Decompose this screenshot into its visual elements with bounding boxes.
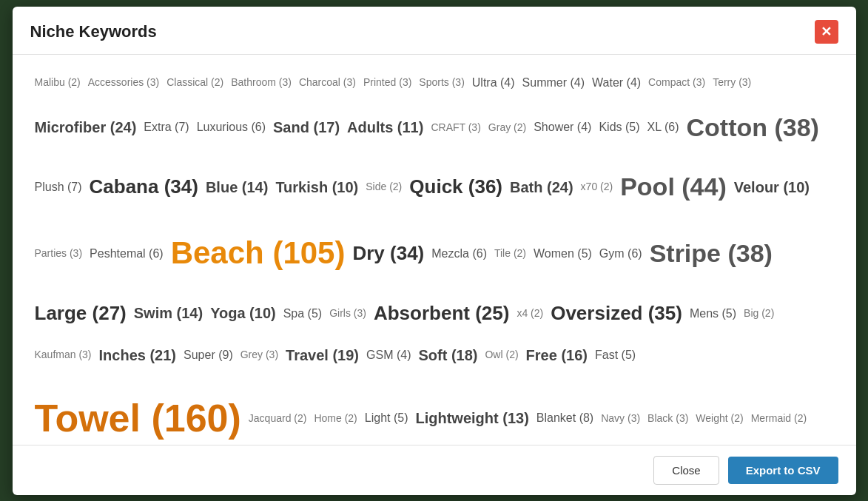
tag-item: Blanket (8) [536, 405, 593, 431]
tag-item: Kaufman (3) [35, 343, 92, 366]
tag-item: Malibu (2) [35, 71, 81, 94]
tag-item: Cabana (34) [90, 166, 198, 208]
tag-item: Compact (3) [648, 71, 705, 94]
tag-item: Plush (7) [35, 174, 82, 200]
tag-item: Fast (5) [595, 342, 636, 368]
tag-item: Beach (105) [171, 219, 346, 287]
modal-body: Malibu (2)Accessories (3)Classical (2)Ba… [13, 55, 856, 445]
export-csv-button[interactable]: Export to CSV [728, 457, 838, 484]
tag-item: Jacquard (2) [249, 407, 307, 430]
tag-item: Inches (21) [99, 339, 176, 371]
tag-item: Lightweight (13) [415, 402, 528, 434]
tag-item: Mermaid (2) [751, 407, 807, 430]
tag-item: Light (5) [365, 405, 408, 431]
tag-item: Tile (2) [494, 242, 526, 265]
tag-item: Bathroom (3) [231, 71, 292, 94]
tag-item: Gym (6) [599, 241, 642, 266]
tag-item: Ultra (4) [472, 70, 515, 95]
tag-item: Dry (34) [352, 232, 424, 275]
tag-item: Black (3) [647, 407, 688, 430]
tag-item: Grey (3) [240, 343, 278, 366]
tag-item: Turkish (10) [275, 171, 358, 204]
tag-item: Blue (14) [206, 171, 268, 204]
tag-item: Classical (2) [166, 71, 223, 94]
modal-footer: Close Export to CSV [13, 445, 856, 495]
modal-title: Niche Keywords [30, 22, 157, 41]
tag-item: Sports (3) [419, 71, 464, 94]
modal-overlay: Niche Keywords ✕ Malibu (2)Accessories (… [0, 0, 868, 501]
tag-item: Charcoal (3) [299, 71, 356, 94]
tag-item: Soft (18) [418, 339, 477, 371]
tag-item: Microfiber (24) [35, 111, 137, 144]
tag-item: Bath (24) [510, 171, 573, 204]
tag-item: Weight (2) [696, 407, 743, 430]
modal-close-button[interactable]: ✕ [815, 20, 838, 44]
tag-item: Owl (2) [485, 343, 518, 366]
footer-close-button[interactable]: Close [653, 456, 719, 485]
tag-item: Water (4) [592, 70, 641, 95]
niche-keywords-modal: Niche Keywords ✕ Malibu (2)Accessories (… [13, 7, 856, 495]
tag-item: Quick (36) [409, 166, 502, 208]
tag-item: Cotton (38) [687, 100, 819, 155]
tag-item: Summer (4) [522, 70, 585, 95]
tag-item: Extra (7) [144, 114, 189, 140]
tag-item: Accessories (3) [88, 71, 159, 94]
modal-header: Niche Keywords ✕ [13, 7, 856, 55]
tag-cloud: Malibu (2)Accessories (3)Classical (2)Ba… [35, 70, 834, 445]
tag-item: Big (2) [744, 302, 774, 325]
tag-item: Spa (5) [283, 300, 322, 326]
tag-item: Girls (3) [329, 302, 366, 325]
tag-item: Velour (10) [734, 171, 810, 204]
tag-item: Mens (5) [690, 300, 736, 326]
tag-item: x70 (2) [581, 175, 613, 198]
tag-item: Large (27) [35, 292, 127, 334]
tag-item: Side (2) [366, 175, 402, 198]
tag-item: Free (16) [526, 339, 588, 371]
tag-item: Yoga (10) [210, 297, 276, 329]
tag-item: Women (5) [534, 241, 592, 266]
tag-item: Swim (14) [134, 297, 203, 329]
tag-item: XL (6) [647, 114, 679, 140]
tag-item: Peshtemal (6) [90, 241, 164, 266]
tag-item: Kids (5) [599, 114, 639, 140]
tag-item: Oversized (35) [551, 292, 682, 334]
tag-item: GSM (4) [366, 342, 411, 368]
tag-item: Shower (4) [534, 114, 591, 140]
tag-item: Terry (3) [713, 71, 751, 94]
tag-item: Luxurious (6) [197, 114, 266, 140]
tag-item: Stripe (38) [650, 226, 773, 281]
tag-item: Gray (2) [488, 116, 526, 139]
tag-item: Printed (3) [363, 71, 411, 94]
tag-item: Sand (17) [273, 111, 340, 144]
tag-item: Adults (11) [347, 111, 423, 144]
tag-item: Home (2) [314, 407, 357, 430]
tag-item: CRAFT (3) [431, 116, 480, 139]
tag-item: Navy (3) [601, 407, 640, 430]
tag-item: Pool (44) [620, 159, 727, 215]
tag-item: Mezcla (6) [431, 241, 487, 266]
tag-item: x4 (2) [517, 302, 543, 325]
tag-item: Super (9) [184, 342, 233, 368]
tag-item: Towel (160) [35, 376, 241, 445]
tag-item: Absorbent (25) [374, 292, 509, 334]
tag-item: Travel (19) [286, 339, 359, 371]
tag-item: Parties (3) [35, 242, 83, 265]
